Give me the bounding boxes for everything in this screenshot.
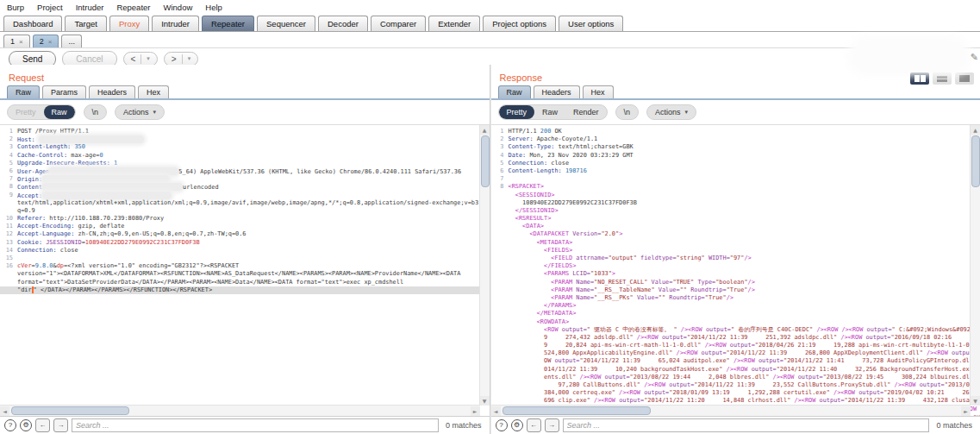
- tab-decoder[interactable]: Decoder: [318, 16, 368, 31]
- request-title: Request: [0, 65, 490, 85]
- scroll-left-icon[interactable]: ◄: [491, 406, 501, 416]
- tab-comparer[interactable]: Comparer: [371, 16, 426, 31]
- search-next-button[interactable]: →: [53, 418, 68, 432]
- view-mode-render[interactable]: Render: [565, 105, 607, 119]
- menu-repeater[interactable]: Repeater: [116, 3, 150, 12]
- search-next-button[interactable]: →: [545, 418, 559, 432]
- response-lines: 1HTTP/1.1 200 OK2Server: Apache-Coyote/1…: [491, 128, 980, 416]
- gear-icon[interactable]: ⚙: [20, 419, 32, 431]
- menu-help[interactable]: Help: [205, 3, 222, 12]
- tab-proxy[interactable]: Proxy: [109, 16, 149, 31]
- next-request-button[interactable]: > ▾: [164, 52, 198, 66]
- tab-raw[interactable]: Raw: [7, 85, 40, 98]
- tab-raw[interactable]: Raw: [498, 85, 531, 98]
- prev-request-button[interactable]: < ▾: [123, 52, 158, 66]
- edit-target-pencil-icon[interactable]: ✎: [971, 52, 978, 63]
- scroll-up-icon[interactable]: ▲: [971, 125, 980, 135]
- scrollbar-thumb[interactable]: [11, 406, 129, 415]
- tab-dashboard[interactable]: Dashboard: [3, 16, 62, 31]
- divider: [182, 54, 183, 64]
- view-mode-pretty[interactable]: Pretty: [8, 105, 44, 119]
- search-input[interactable]: [72, 418, 439, 432]
- tab-params[interactable]: Params: [42, 85, 86, 98]
- scrollbar-thumb[interactable]: [502, 406, 651, 415]
- response-editor[interactable]: 1HTTP/1.1 200 OK2Server: Apache-Coyote/1…: [491, 124, 980, 416]
- help-icon[interactable]: ?: [496, 419, 508, 431]
- scroll-down-icon[interactable]: ▼: [480, 396, 490, 406]
- chevron-down-icon[interactable]: ▾: [188, 55, 191, 62]
- search-input[interactable]: [563, 418, 930, 432]
- scrollbar-thumb[interactable]: [481, 135, 490, 187]
- help-icon[interactable]: ?: [4, 419, 16, 431]
- search-prev-button[interactable]: ←: [35, 418, 50, 432]
- editor-line: 6User-Agen5_64) AppleWebKit/537.36 (KHTM…: [0, 167, 490, 175]
- search-prev-button[interactable]: ←: [527, 418, 541, 432]
- scrollbar-thumb[interactable]: [971, 135, 980, 187]
- tab-headers[interactable]: Headers: [89, 85, 135, 98]
- match-count: 0 matches: [442, 421, 485, 430]
- tab-hex[interactable]: Hex: [583, 85, 614, 98]
- menu-intruder[interactable]: Intruder: [76, 3, 104, 12]
- tab-project-options[interactable]: Project options: [483, 16, 556, 31]
- scroll-left-icon[interactable]: ◄: [0, 406, 9, 416]
- request-editor[interactable]: 1POST /Proxy HTTP/1.12Host: 3Content-Len…: [0, 124, 490, 416]
- request-newline-button[interactable]: \n: [84, 104, 108, 120]
- gear-icon[interactable]: ⚙: [511, 419, 523, 431]
- redacted-blur: [42, 183, 183, 191]
- layout-single-icon[interactable]: [955, 72, 974, 85]
- repeater-tab-2[interactable]: 2×: [33, 35, 59, 47]
- actions-label: Actions: [123, 108, 149, 116]
- view-mode-raw[interactable]: Raw: [44, 105, 75, 119]
- layout-side-by-side-icon[interactable]: [910, 72, 929, 85]
- editor-line: 384,000 certreq.exe" /><ROW output="2018…: [491, 389, 980, 397]
- newline-label: \n: [624, 108, 631, 116]
- view-mode-raw[interactable]: Raw: [534, 105, 565, 119]
- tab-sequencer[interactable]: Sequencer: [257, 16, 315, 31]
- request-panel: Request RawParamsHeadersHex PrettyRaw \n…: [0, 65, 490, 434]
- request-actions-button[interactable]: Actions ▾: [115, 104, 165, 120]
- close-icon[interactable]: ×: [48, 38, 53, 46]
- view-mode-pretty[interactable]: Pretty: [499, 105, 535, 119]
- chevron-down-icon[interactable]: ▾: [147, 55, 150, 62]
- scroll-up-icon[interactable]: ▲: [480, 125, 490, 135]
- editor-line: 014/11/22 11:39 10,240 backgroundTaskHos…: [491, 366, 980, 374]
- editor-line: <PARAM Name="__RS__TableName" Value="" R…: [491, 286, 980, 294]
- editor-line: <DATAPACKET Version="2.0">: [491, 230, 980, 238]
- response-panel: Response RawHeadersHex PrettyRawRender \…: [490, 65, 980, 434]
- forward-arrow-icon: >: [172, 54, 177, 64]
- editor-line: <SESSIONID>: [491, 192, 980, 199]
- tab-extender[interactable]: Extender: [428, 16, 480, 31]
- editor-line: <FIELDS>: [491, 247, 980, 255]
- menu-window[interactable]: Window: [164, 3, 193, 12]
- editor-line: 2Host:: [0, 135, 490, 143]
- scroll-right-icon[interactable]: ►: [961, 406, 971, 416]
- response-actions-button[interactable]: Actions ▾: [646, 104, 696, 120]
- scroll-right-icon[interactable]: ►: [471, 406, 480, 416]
- request-horizontal-scrollbar[interactable]: ◄ ►: [0, 405, 480, 416]
- editor-line: <PARAMS LCID="1033">: [491, 270, 980, 278]
- scroll-down-icon[interactable]: ▼: [971, 396, 980, 406]
- response-horizontal-scrollbar[interactable]: ◄ ►: [491, 405, 971, 416]
- menu-project[interactable]: Project: [37, 3, 63, 12]
- editor-line: <ROWDATA>: [491, 318, 980, 326]
- repeater-tab-1[interactable]: 1×: [3, 35, 30, 47]
- tab-target[interactable]: Target: [65, 16, 106, 31]
- repeater-tab-...[interactable]: ...: [61, 35, 82, 47]
- response-newline-button[interactable]: \n: [615, 104, 640, 120]
- tab-headers[interactable]: Headers: [534, 85, 580, 98]
- request-vertical-scrollbar[interactable]: ▲ ▼: [479, 125, 490, 406]
- response-vertical-scrollbar[interactable]: ▲ ▼: [970, 125, 980, 406]
- tab-user-options[interactable]: User options: [559, 16, 623, 31]
- editor-line: 6Content-Length: 198716: [491, 167, 980, 175]
- layout-stacked-icon[interactable]: [933, 72, 952, 85]
- editor-line: 5Connection: close: [491, 160, 980, 167]
- menu-bar: BurpProjectIntruderRepeaterWindowHelp: [0, 0, 980, 13]
- menu-burp[interactable]: Burp: [7, 3, 24, 12]
- close-icon[interactable]: ×: [19, 38, 23, 46]
- tab-intruder[interactable]: Intruder: [152, 16, 199, 31]
- main-tab-bar: DashboardTargetProxyIntruderRepeaterSequ…: [0, 13, 980, 32]
- editor-line: 108940E22DD279E0992C231C37FD0F3B: [491, 199, 980, 207]
- tab-repeater[interactable]: Repeater: [202, 16, 254, 31]
- tab-hex[interactable]: Hex: [138, 85, 169, 98]
- editor-line: 14Connection: close: [0, 247, 490, 255]
